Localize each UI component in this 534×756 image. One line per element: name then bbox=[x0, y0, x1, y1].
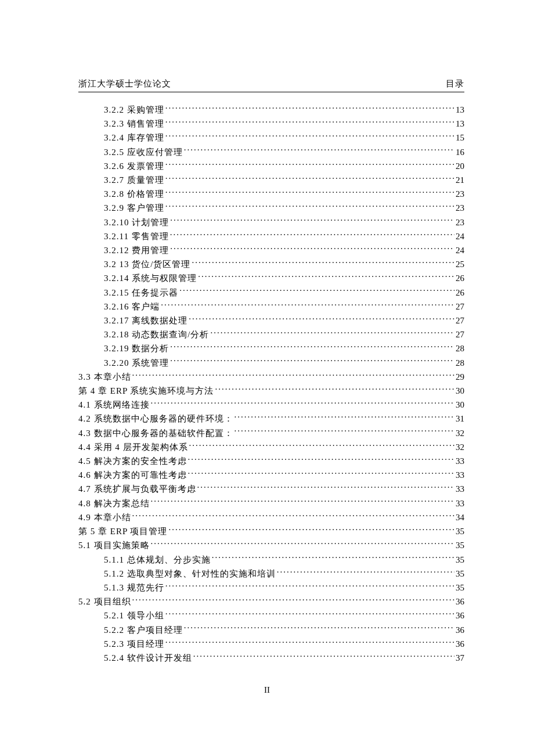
toc-entry: 3.2.14 系统与权限管理 26 bbox=[78, 271, 464, 285]
toc-dot-leader bbox=[132, 596, 455, 604]
toc-entry-page: 33 bbox=[456, 496, 464, 510]
toc-entry: 4.4 采用 4 层开发架构体系 32 bbox=[78, 440, 464, 454]
toc-entry-label: 3.2.9 客户管理 bbox=[104, 201, 164, 215]
toc-entry-label: 4.6 解决方案的可靠性考虑 bbox=[78, 468, 187, 482]
toc-entry-label: 3.2.14 系统与权限管理 bbox=[104, 271, 197, 285]
toc-entry-page: 29 bbox=[456, 370, 464, 384]
toc-dot-leader bbox=[170, 244, 454, 253]
toc-dot-leader bbox=[189, 441, 455, 450]
toc-dot-leader bbox=[132, 512, 455, 520]
toc-entry: 5.2 项目组织 36 bbox=[78, 595, 464, 609]
toc-entry-label: 3.2.16 客户端 bbox=[104, 300, 160, 314]
toc-entry: 3.2.11 零售管理 24 bbox=[78, 229, 464, 243]
toc-entry-label: 4.3 数据中心服务器的基础软件配置： bbox=[78, 426, 233, 440]
toc-entry-label: 3.2.19 数据分析 bbox=[104, 341, 169, 355]
toc-entry-page: 20 bbox=[456, 159, 464, 173]
toc-entry: 4.3 数据中心服务器的基础软件配置： 32 bbox=[78, 426, 464, 440]
toc-dot-leader bbox=[170, 357, 454, 366]
toc-entry: 4.2 系统数据中心服务器的硬件环境： 31 bbox=[78, 412, 464, 426]
toc-dot-leader bbox=[277, 568, 454, 577]
toc-entry-label: 3.2.20 系统管理 bbox=[104, 356, 169, 370]
toc-entry-label: 5.1.2 选取典型对象、针对性的实施和培训 bbox=[104, 567, 276, 581]
toc-entry-page: 21 bbox=[456, 173, 464, 187]
toc-entry-label: 5.2.4 软件设计开发组 bbox=[104, 651, 192, 665]
toc-entry-page: 13 bbox=[456, 103, 464, 117]
toc-entry-label: 4.9 本章小结 bbox=[78, 510, 131, 524]
toc-entry-page: 34 bbox=[456, 510, 464, 524]
toc-entry-label: 3.2.2 采购管理 bbox=[104, 103, 164, 117]
toc-entry: 5.1.1 总体规划、分步实施 35 bbox=[78, 553, 464, 567]
toc-entry-label: 第 5 章 ERP 项目管理 bbox=[78, 524, 167, 538]
table-of-contents: 3.2.2 采购管理 133.2.3 销售管理 133.2.4 库存管理 153… bbox=[78, 103, 464, 665]
toc-entry-page: 15 bbox=[456, 131, 464, 145]
toc-entry-page: 35 bbox=[456, 524, 464, 538]
toc-entry-page: 26 bbox=[456, 286, 464, 300]
toc-entry-page: 16 bbox=[456, 145, 464, 159]
toc-entry-page: 36 bbox=[456, 623, 464, 637]
toc-entry: 5.1 项目实施策略 35 bbox=[78, 538, 464, 552]
toc-entry: 3.2.2 采购管理 13 bbox=[78, 103, 464, 117]
toc-dot-leader bbox=[165, 174, 454, 183]
toc-entry: 3.2.9 客户管理 23 bbox=[78, 201, 464, 215]
toc-entry: 4.8 解决方案总结 33 bbox=[78, 496, 464, 510]
toc-entry-label: 5.2.1 领导小组 bbox=[104, 609, 164, 622]
toc-dot-leader bbox=[212, 554, 454, 563]
toc-entry-page: 35 bbox=[456, 538, 464, 552]
toc-entry-page: 27 bbox=[456, 327, 464, 341]
toc-entry-page: 37 bbox=[456, 651, 464, 665]
toc-entry-page: 32 bbox=[456, 426, 464, 440]
toc-dot-leader bbox=[234, 413, 455, 422]
toc-entry-page: 23 bbox=[456, 201, 464, 215]
toc-entry-page: 35 bbox=[456, 553, 464, 567]
toc-entry-page: 24 bbox=[456, 243, 464, 257]
toc-entry: 3.2.16 客户端 27 bbox=[78, 300, 464, 314]
toc-dot-leader bbox=[188, 455, 455, 464]
toc-entry: 3.2.19 数据分析 28 bbox=[78, 341, 464, 355]
toc-entry: 5.1.3 规范先行 35 bbox=[78, 581, 464, 595]
toc-entry-label: 3.2.18 动态数据查询/分析 bbox=[104, 327, 209, 341]
toc-entry-page: 27 bbox=[456, 314, 464, 327]
toc-entry-label: 3.2.17 离线数据处理 bbox=[104, 314, 187, 327]
toc-entry-label: 3.2.4 库存管理 bbox=[104, 131, 164, 145]
toc-entry-label: 4.5 解决方案的安全性考虑 bbox=[78, 454, 187, 468]
toc-entry-label: 4.7 系统扩展与负载平衡考虑 bbox=[78, 482, 196, 496]
toc-entry-label: 3.2.7 质量管理 bbox=[104, 173, 164, 187]
toc-dot-leader bbox=[184, 146, 454, 155]
toc-entry-page: 32 bbox=[456, 440, 464, 454]
toc-entry-label: 5.1.3 规范先行 bbox=[104, 581, 164, 595]
toc-entry: 5.2.2 客户项目经理 36 bbox=[78, 623, 464, 637]
toc-dot-leader bbox=[165, 132, 454, 141]
toc-dot-leader bbox=[189, 315, 454, 323]
toc-entry: 4.6 解决方案的可靠性考虑 33 bbox=[78, 468, 464, 482]
toc-dot-leader bbox=[234, 427, 455, 436]
toc-entry-label: 4.4 采用 4 层开发架构体系 bbox=[78, 440, 188, 454]
toc-entry-page: 23 bbox=[456, 215, 464, 229]
header-right: 目录 bbox=[446, 78, 464, 89]
toc-entry-label: 3.2.12 费用管理 bbox=[104, 243, 169, 257]
toc-dot-leader bbox=[165, 118, 454, 127]
toc-dot-leader bbox=[161, 301, 454, 309]
toc-entry-label: 3.2.15 任务提示器 bbox=[104, 286, 178, 300]
toc-dot-leader bbox=[151, 399, 455, 408]
toc-entry: 3.2.6 发票管理 20 bbox=[78, 159, 464, 173]
toc-dot-leader bbox=[184, 624, 454, 633]
toc-entry: 3.2.15 任务提示器 26 bbox=[78, 286, 464, 300]
document-page: 浙江大学硕士学位论文 目录 3.2.2 采购管理 133.2.3 销售管理 13… bbox=[0, 0, 534, 756]
toc-entry-label: 3.3 本章小结 bbox=[78, 370, 131, 384]
toc-dot-leader bbox=[165, 638, 454, 647]
toc-entry-label: 5.1.1 总体规划、分步实施 bbox=[104, 553, 211, 567]
toc-entry-label: 3.2.6 发票管理 bbox=[104, 159, 164, 173]
toc-entry-label: 3.2.10 计划管理 bbox=[104, 215, 169, 229]
toc-entry: 4.5 解决方案的安全性考虑 33 bbox=[78, 454, 464, 468]
toc-dot-leader bbox=[168, 525, 454, 534]
toc-dot-leader bbox=[151, 539, 455, 548]
toc-dot-leader bbox=[215, 385, 454, 394]
toc-entry: 5.1.2 选取典型对象、针对性的实施和培训 35 bbox=[78, 567, 464, 581]
toc-dot-leader bbox=[165, 610, 454, 618]
toc-entry: 3.2.8 价格管理 23 bbox=[78, 187, 464, 201]
toc-entry-page: 30 bbox=[456, 384, 464, 398]
toc-entry-label: 5.2.2 客户项目经理 bbox=[104, 623, 183, 637]
toc-dot-leader bbox=[165, 104, 454, 113]
toc-entry-label: 3.2.8 价格管理 bbox=[104, 187, 164, 201]
toc-entry: 3.2.5 应收应付管理 16 bbox=[78, 145, 464, 159]
